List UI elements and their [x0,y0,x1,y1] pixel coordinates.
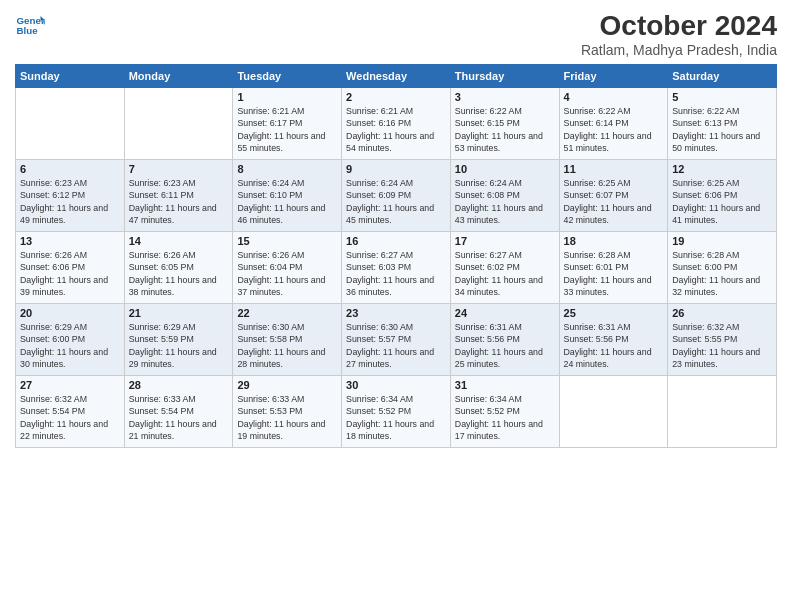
sunrise-info: Sunrise: 6:31 AMSunset: 5:56 PMDaylight:… [455,322,543,369]
calendar-cell: 22 Sunrise: 6:30 AMSunset: 5:58 PMDaylig… [233,304,342,376]
sunrise-info: Sunrise: 6:26 AMSunset: 6:04 PMDaylight:… [237,250,325,297]
logo: General Blue [15,10,45,40]
col-tuesday: Tuesday [233,65,342,88]
day-number: 2 [346,91,446,103]
calendar-cell: 8 Sunrise: 6:24 AMSunset: 6:10 PMDayligh… [233,160,342,232]
header-row: Sunday Monday Tuesday Wednesday Thursday… [16,65,777,88]
calendar-cell [124,88,233,160]
day-number: 30 [346,379,446,391]
calendar-cell: 25 Sunrise: 6:31 AMSunset: 5:56 PMDaylig… [559,304,668,376]
day-number: 31 [455,379,555,391]
calendar-cell: 2 Sunrise: 6:21 AMSunset: 6:16 PMDayligh… [342,88,451,160]
calendar-cell: 29 Sunrise: 6:33 AMSunset: 5:53 PMDaylig… [233,376,342,448]
calendar-cell: 5 Sunrise: 6:22 AMSunset: 6:13 PMDayligh… [668,88,777,160]
sunrise-info: Sunrise: 6:27 AMSunset: 6:03 PMDaylight:… [346,250,434,297]
calendar-cell: 9 Sunrise: 6:24 AMSunset: 6:09 PMDayligh… [342,160,451,232]
sunrise-info: Sunrise: 6:32 AMSunset: 5:54 PMDaylight:… [20,394,108,441]
svg-text:Blue: Blue [17,25,39,36]
col-friday: Friday [559,65,668,88]
sunrise-info: Sunrise: 6:30 AMSunset: 5:58 PMDaylight:… [237,322,325,369]
day-number: 27 [20,379,120,391]
day-number: 22 [237,307,337,319]
calendar-cell: 30 Sunrise: 6:34 AMSunset: 5:52 PMDaylig… [342,376,451,448]
sunrise-info: Sunrise: 6:21 AMSunset: 6:16 PMDaylight:… [346,106,434,153]
calendar-cell: 16 Sunrise: 6:27 AMSunset: 6:03 PMDaylig… [342,232,451,304]
calendar-cell: 11 Sunrise: 6:25 AMSunset: 6:07 PMDaylig… [559,160,668,232]
week-row-5: 27 Sunrise: 6:32 AMSunset: 5:54 PMDaylig… [16,376,777,448]
sunrise-info: Sunrise: 6:33 AMSunset: 5:53 PMDaylight:… [237,394,325,441]
calendar-cell [16,88,125,160]
day-number: 4 [564,91,664,103]
day-number: 8 [237,163,337,175]
sunrise-info: Sunrise: 6:22 AMSunset: 6:13 PMDaylight:… [672,106,760,153]
sunrise-info: Sunrise: 6:32 AMSunset: 5:55 PMDaylight:… [672,322,760,369]
week-row-3: 13 Sunrise: 6:26 AMSunset: 6:06 PMDaylig… [16,232,777,304]
calendar-cell: 23 Sunrise: 6:30 AMSunset: 5:57 PMDaylig… [342,304,451,376]
calendar-cell: 21 Sunrise: 6:29 AMSunset: 5:59 PMDaylig… [124,304,233,376]
sunrise-info: Sunrise: 6:22 AMSunset: 6:14 PMDaylight:… [564,106,652,153]
calendar-cell: 14 Sunrise: 6:26 AMSunset: 6:05 PMDaylig… [124,232,233,304]
sunrise-info: Sunrise: 6:27 AMSunset: 6:02 PMDaylight:… [455,250,543,297]
week-row-4: 20 Sunrise: 6:29 AMSunset: 6:00 PMDaylig… [16,304,777,376]
calendar-cell: 15 Sunrise: 6:26 AMSunset: 6:04 PMDaylig… [233,232,342,304]
week-row-1: 1 Sunrise: 6:21 AMSunset: 6:17 PMDayligh… [16,88,777,160]
sunrise-info: Sunrise: 6:24 AMSunset: 6:09 PMDaylight:… [346,178,434,225]
sunrise-info: Sunrise: 6:29 AMSunset: 5:59 PMDaylight:… [129,322,217,369]
page: General Blue October 2024 Ratlam, Madhya… [0,0,792,612]
day-number: 16 [346,235,446,247]
calendar-cell [559,376,668,448]
calendar-cell: 26 Sunrise: 6:32 AMSunset: 5:55 PMDaylig… [668,304,777,376]
logo-icon: General Blue [15,10,45,40]
col-sunday: Sunday [16,65,125,88]
day-number: 20 [20,307,120,319]
calendar-cell: 4 Sunrise: 6:22 AMSunset: 6:14 PMDayligh… [559,88,668,160]
header: General Blue October 2024 Ratlam, Madhya… [15,10,777,58]
sunrise-info: Sunrise: 6:24 AMSunset: 6:08 PMDaylight:… [455,178,543,225]
col-saturday: Saturday [668,65,777,88]
calendar-cell: 13 Sunrise: 6:26 AMSunset: 6:06 PMDaylig… [16,232,125,304]
day-number: 10 [455,163,555,175]
sunrise-info: Sunrise: 6:22 AMSunset: 6:15 PMDaylight:… [455,106,543,153]
day-number: 14 [129,235,229,247]
day-number: 15 [237,235,337,247]
sunrise-info: Sunrise: 6:31 AMSunset: 5:56 PMDaylight:… [564,322,652,369]
calendar-cell [668,376,777,448]
sunrise-info: Sunrise: 6:26 AMSunset: 6:06 PMDaylight:… [20,250,108,297]
calendar-cell: 28 Sunrise: 6:33 AMSunset: 5:54 PMDaylig… [124,376,233,448]
sunrise-info: Sunrise: 6:28 AMSunset: 6:01 PMDaylight:… [564,250,652,297]
day-number: 12 [672,163,772,175]
day-number: 1 [237,91,337,103]
day-number: 23 [346,307,446,319]
calendar-cell: 31 Sunrise: 6:34 AMSunset: 5:52 PMDaylig… [450,376,559,448]
subtitle: Ratlam, Madhya Pradesh, India [581,42,777,58]
day-number: 28 [129,379,229,391]
calendar-cell: 3 Sunrise: 6:22 AMSunset: 6:15 PMDayligh… [450,88,559,160]
sunrise-info: Sunrise: 6:33 AMSunset: 5:54 PMDaylight:… [129,394,217,441]
sunrise-info: Sunrise: 6:28 AMSunset: 6:00 PMDaylight:… [672,250,760,297]
calendar-cell: 19 Sunrise: 6:28 AMSunset: 6:00 PMDaylig… [668,232,777,304]
calendar-cell: 27 Sunrise: 6:32 AMSunset: 5:54 PMDaylig… [16,376,125,448]
sunrise-info: Sunrise: 6:30 AMSunset: 5:57 PMDaylight:… [346,322,434,369]
day-number: 13 [20,235,120,247]
day-number: 26 [672,307,772,319]
sunrise-info: Sunrise: 6:34 AMSunset: 5:52 PMDaylight:… [346,394,434,441]
day-number: 9 [346,163,446,175]
day-number: 24 [455,307,555,319]
sunrise-info: Sunrise: 6:34 AMSunset: 5:52 PMDaylight:… [455,394,543,441]
week-row-2: 6 Sunrise: 6:23 AMSunset: 6:12 PMDayligh… [16,160,777,232]
calendar-cell: 7 Sunrise: 6:23 AMSunset: 6:11 PMDayligh… [124,160,233,232]
sunrise-info: Sunrise: 6:29 AMSunset: 6:00 PMDaylight:… [20,322,108,369]
calendar-cell: 20 Sunrise: 6:29 AMSunset: 6:00 PMDaylig… [16,304,125,376]
sunrise-info: Sunrise: 6:23 AMSunset: 6:11 PMDaylight:… [129,178,217,225]
sunrise-info: Sunrise: 6:24 AMSunset: 6:10 PMDaylight:… [237,178,325,225]
day-number: 11 [564,163,664,175]
calendar-cell: 18 Sunrise: 6:28 AMSunset: 6:01 PMDaylig… [559,232,668,304]
title-block: October 2024 Ratlam, Madhya Pradesh, Ind… [581,10,777,58]
day-number: 5 [672,91,772,103]
sunrise-info: Sunrise: 6:25 AMSunset: 6:07 PMDaylight:… [564,178,652,225]
day-number: 7 [129,163,229,175]
day-number: 25 [564,307,664,319]
day-number: 29 [237,379,337,391]
calendar-table: Sunday Monday Tuesday Wednesday Thursday… [15,64,777,448]
sunrise-info: Sunrise: 6:26 AMSunset: 6:05 PMDaylight:… [129,250,217,297]
